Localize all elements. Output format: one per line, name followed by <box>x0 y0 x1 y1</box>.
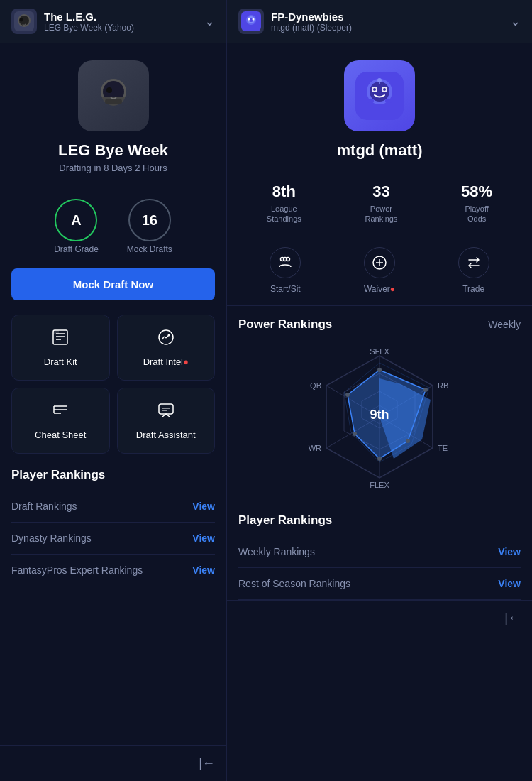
svg-rect-41 <box>385 99 392 103</box>
draft-grade-stat: A Draft Grade <box>54 199 99 254</box>
left-header-info: The L.E.G. LEG Bye Week (Yahoo) <box>44 11 197 33</box>
svg-text:SFLX: SFLX <box>370 349 389 356</box>
waiver-label: Waiver● <box>364 284 395 294</box>
cheat-sheet-card[interactable]: Cheat Sheet <box>11 388 110 454</box>
svg-rect-40 <box>367 99 374 103</box>
svg-point-65 <box>377 368 382 372</box>
power-rankings-label: PowerRankings <box>365 204 398 224</box>
right-panel: FP-Dynewbies mtgd (matt) (Sleeper) ⌄ mt <box>227 0 532 781</box>
weekly-rankings-view[interactable]: View <box>498 546 521 557</box>
ros-rankings-label: Rest of Season Rankings <box>238 578 350 589</box>
svg-point-33 <box>370 82 389 102</box>
playoff-odds-value: 58% <box>461 182 492 201</box>
draft-kit-card[interactable]: Draft Kit <box>11 315 110 381</box>
svg-point-66 <box>423 388 428 392</box>
draft-intel-icon <box>157 328 175 351</box>
mock-draft-button[interactable]: Mock Draft Now <box>11 268 215 300</box>
power-rankings-header: Power Rankings Weekly <box>238 317 521 332</box>
draft-assistant-card[interactable]: Draft Assistant <box>117 388 216 454</box>
left-rankings-title: Player Rankings <box>11 468 215 482</box>
draft-kit-label: Draft Kit <box>44 356 77 367</box>
cheat-sheet-icon <box>51 401 70 424</box>
left-league-avatar <box>11 9 37 34</box>
ranking-row-dynasty: Dynasty Rankings View <box>11 523 215 555</box>
tool-grid: Draft Kit Draft Intel● <box>0 315 226 468</box>
radar-chart-container: SFLX RB TE FLEX WR QB 9th <box>238 343 521 502</box>
power-rankings-title: Power Rankings <box>238 317 332 332</box>
playoff-odds-label: PlayoffOdds <box>465 204 488 224</box>
trade-icon <box>458 247 489 278</box>
svg-line-15 <box>164 337 166 338</box>
mock-drafts-stat: 16 Mock Drafts <box>127 199 172 254</box>
svg-text:QB: QB <box>310 381 321 390</box>
left-rankings-section: Player Rankings Draft Rankings View Dyna… <box>0 468 226 746</box>
fantasypros-rankings-view[interactable]: View <box>192 564 215 576</box>
draft-rankings-view[interactable]: View <box>192 501 215 512</box>
right-league-name: FP-Dynewbies <box>271 11 503 23</box>
right-tools-row: Start/Sit Waiver● Trade <box>227 236 532 306</box>
right-league-subtitle: mtgd (matt) (Sleeper) <box>271 23 503 33</box>
playoff-odds-stat: 58% PlayoffOdds <box>461 182 492 224</box>
waiver-tool[interactable]: Waiver● <box>364 247 395 294</box>
start-sit-icon <box>270 247 301 278</box>
league-standings-label: LeagueStandings <box>267 204 301 224</box>
left-panel: The L.E.G. LEG Bye Week (Yahoo) ⌄ LEG By… <box>0 0 227 781</box>
dynasty-rankings-view[interactable]: View <box>192 532 215 544</box>
svg-point-69 <box>353 432 357 436</box>
start-sit-tool[interactable]: Start/Sit <box>270 247 301 294</box>
draft-kit-icon <box>51 328 70 351</box>
ranking-row-draft: Draft Rankings View <box>11 491 215 523</box>
left-league-name: The L.E.G. <box>44 11 197 23</box>
draft-assistant-label: Draft Assistant <box>136 430 196 440</box>
left-bottom-nav: |← <box>0 746 226 781</box>
svg-point-6 <box>106 87 112 93</box>
trade-tool[interactable]: Trade <box>458 247 489 294</box>
draft-intel-card[interactable]: Draft Intel● <box>117 315 216 381</box>
right-rankings-section: Player Rankings Weekly Rankings View Res… <box>227 513 532 600</box>
start-sit-label: Start/Sit <box>270 284 301 294</box>
left-hero: LEG Bye Week Drafting in 8 Days 2 Hours <box>0 43 226 185</box>
draft-assistant-icon <box>157 401 175 424</box>
svg-point-3 <box>20 18 23 22</box>
left-hero-title: LEG Bye Week <box>58 141 168 160</box>
draft-grade-label: Draft Grade <box>54 244 99 254</box>
mock-drafts-circle: 16 <box>128 199 171 241</box>
svg-point-44 <box>284 257 287 261</box>
right-header-chevron-icon[interactable]: ⌄ <box>510 13 521 29</box>
svg-text:FLEX: FLEX <box>370 481 389 489</box>
left-league-subtitle: LEG Bye Week (Yahoo) <box>44 23 197 33</box>
weekly-rankings-label: Weekly Rankings <box>238 546 315 557</box>
weekly-label: Weekly <box>488 319 521 330</box>
draft-rankings-label: Draft Rankings <box>11 501 77 512</box>
right-ranking-row-ros: Rest of Season Rankings View <box>238 568 521 600</box>
league-standings-value: 8th <box>272 182 296 201</box>
radar-chart: SFLX RB TE FLEX WR QB 9th <box>301 349 458 491</box>
left-stats-row: A Draft Grade 16 Mock Drafts <box>0 185 226 268</box>
svg-text:TE: TE <box>438 444 448 452</box>
right-nav-icon[interactable]: |← <box>504 611 521 626</box>
ros-rankings-view[interactable]: View <box>498 578 521 589</box>
left-hero-icon <box>78 60 149 131</box>
draft-grade-circle: A <box>55 199 97 241</box>
svg-point-36 <box>373 88 376 91</box>
right-ranking-row-weekly: Weekly Rankings View <box>238 536 521 568</box>
cheat-sheet-label: Cheat Sheet <box>35 430 86 440</box>
left-header-chevron-icon[interactable]: ⌄ <box>204 13 215 29</box>
mock-drafts-label: Mock Drafts <box>127 244 172 254</box>
power-rankings-section: Power Rankings Weekly <box>227 306 532 513</box>
right-stats-row: 8th LeagueStandings 33 PowerRankings 58%… <box>227 171 532 236</box>
svg-rect-22 <box>159 404 173 414</box>
svg-text:WR: WR <box>309 444 321 452</box>
right-header[interactable]: FP-Dynewbies mtgd (matt) (Sleeper) ⌄ <box>227 0 532 43</box>
svg-point-67 <box>406 439 410 443</box>
right-bottom-nav: |← <box>227 600 532 635</box>
svg-point-68 <box>377 457 382 461</box>
left-nav-icon[interactable]: |← <box>199 756 215 771</box>
svg-point-37 <box>383 88 386 91</box>
svg-point-70 <box>345 393 350 397</box>
left-header[interactable]: The L.E.G. LEG Bye Week (Yahoo) ⌄ <box>0 0 226 43</box>
right-hero-title: mtgd (matt) <box>337 141 423 160</box>
power-rankings-value: 33 <box>372 182 389 201</box>
svg-text:RB: RB <box>438 381 448 390</box>
svg-point-30 <box>253 18 255 21</box>
